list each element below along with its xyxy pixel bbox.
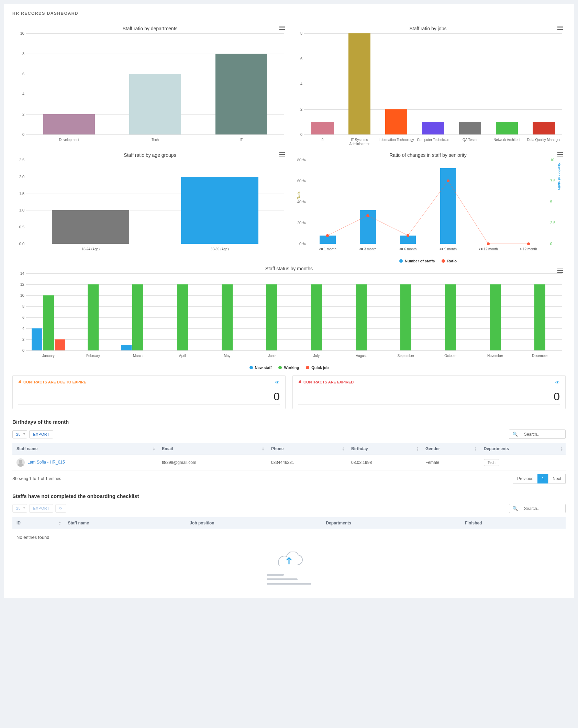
cell-birthday: 08.03.1998 xyxy=(347,455,421,470)
upload-illustration xyxy=(12,545,566,591)
col-email[interactable]: Email▲▼ xyxy=(158,443,267,455)
chart-staff-seniority: Ratio of changes in staff by seniority 0… xyxy=(290,150,566,263)
col-staff[interactable]: Staff name xyxy=(64,517,186,529)
search-input[interactable] xyxy=(521,504,566,513)
refresh-button[interactable]: ⟳ xyxy=(55,504,66,513)
search-input[interactable] xyxy=(521,430,566,439)
export-button[interactable]: EXPORT xyxy=(29,504,53,513)
chart-staff-age: Staff ratio by age groups 0.00.51.01.52.… xyxy=(12,150,288,263)
card-title: ✖CONTRACTS ARE EXPIRED xyxy=(298,380,560,384)
hamburger-icon[interactable] xyxy=(279,26,285,30)
card-title: ✖CONTRACTS ARE DUE TO EXPIRE xyxy=(18,380,280,384)
page-size-select[interactable]: 25 xyxy=(12,430,27,438)
card-value: 0 xyxy=(298,390,560,405)
eye-icon[interactable]: 👁 xyxy=(275,380,280,385)
col-dept[interactable]: Departments▲▼ xyxy=(480,443,566,455)
col-job[interactable]: Job position xyxy=(186,517,322,529)
chart-staff-jobs: Staff ratio by jobs 024680IT Systems Adm… xyxy=(290,23,566,147)
chart-staff-departments: Staff ratio by departments 0246810Develo… xyxy=(12,23,288,147)
legend-item: Working xyxy=(278,366,299,370)
x-icon: ✖ xyxy=(18,380,21,384)
col-gender[interactable]: Gender▲▼ xyxy=(421,443,480,455)
page-size-select[interactable]: 25 xyxy=(12,504,27,513)
birthdays-table: Staff name▲▼ Email▲▼ Phone▲▼ Birthday▲▼ … xyxy=(12,443,566,470)
legend-item: Number of staffs xyxy=(399,259,435,263)
cell-email: tl8398@gmail.com xyxy=(158,455,267,470)
cell-phone: 0334446231 xyxy=(267,455,347,470)
section-onboarding-title: Staffs have not completed the onboarding… xyxy=(12,493,566,499)
legend-item: New staff xyxy=(249,366,272,370)
chart-title: Staff ratio by departments xyxy=(12,26,288,31)
pager-prev[interactable]: Previous xyxy=(513,474,538,483)
hamburger-icon[interactable] xyxy=(279,152,285,156)
legend-item: Ratio xyxy=(442,259,457,263)
col-phone[interactable]: Phone▲▼ xyxy=(267,443,347,455)
card-value: 0 xyxy=(18,390,280,405)
search-icon[interactable]: 🔍 xyxy=(509,504,521,513)
pager: Previous 1 Next xyxy=(513,474,566,483)
x-icon: ✖ xyxy=(298,380,301,384)
no-entries-message: No entries found xyxy=(12,529,566,545)
dept-tag: Tech xyxy=(484,459,499,466)
col-dept[interactable]: Departments xyxy=(322,517,461,529)
col-birthday[interactable]: Birthday▲▼ xyxy=(347,443,421,455)
hamburger-icon[interactable] xyxy=(557,26,563,30)
chart-title: Ratio of changes in staff by seniority xyxy=(290,152,566,158)
table-summary: Showing 1 to 1 of 1 entries xyxy=(12,476,61,481)
page-title: HR RECORDS DASHBOARD xyxy=(12,11,566,20)
staff-link[interactable]: Lam Sofia - HR_015 xyxy=(27,460,65,465)
col-id[interactable]: ID▲▼ xyxy=(12,517,64,529)
legend-item: Quick job xyxy=(306,366,329,370)
eye-icon[interactable]: 👁 xyxy=(555,380,560,385)
chart-title: Staff status by months xyxy=(12,266,566,271)
col-finished[interactable]: Finished xyxy=(461,517,566,529)
pager-page-1[interactable]: 1 xyxy=(537,474,549,483)
avatar xyxy=(16,458,25,467)
card-contracts-due: ✖CONTRACTS ARE DUE TO EXPIRE 👁 0 xyxy=(12,375,286,409)
onboarding-table: ID▲▼ Staff name Job position Departments… xyxy=(12,517,566,529)
section-birthdays-title: Birthdays of the month xyxy=(12,419,566,425)
export-button[interactable]: EXPORT xyxy=(29,430,53,438)
chart-staff-months: Staff status by months 02468101214Januar… xyxy=(12,266,566,370)
card-contracts-expired: ✖CONTRACTS ARE EXPIRED 👁 0 xyxy=(292,375,566,409)
chart-title: Staff ratio by jobs xyxy=(290,26,566,31)
pager-next[interactable]: Next xyxy=(548,474,566,483)
col-staff[interactable]: Staff name▲▼ xyxy=(12,443,158,455)
chart-title: Staff ratio by age groups xyxy=(12,152,288,158)
cell-gender: Female xyxy=(421,455,480,470)
hamburger-icon[interactable] xyxy=(557,269,563,273)
search-icon[interactable]: 🔍 xyxy=(509,430,521,439)
table-row: Lam Sofia - HR_015 tl8398@gmail.com 0334… xyxy=(12,455,566,470)
hamburger-icon[interactable] xyxy=(557,152,563,156)
